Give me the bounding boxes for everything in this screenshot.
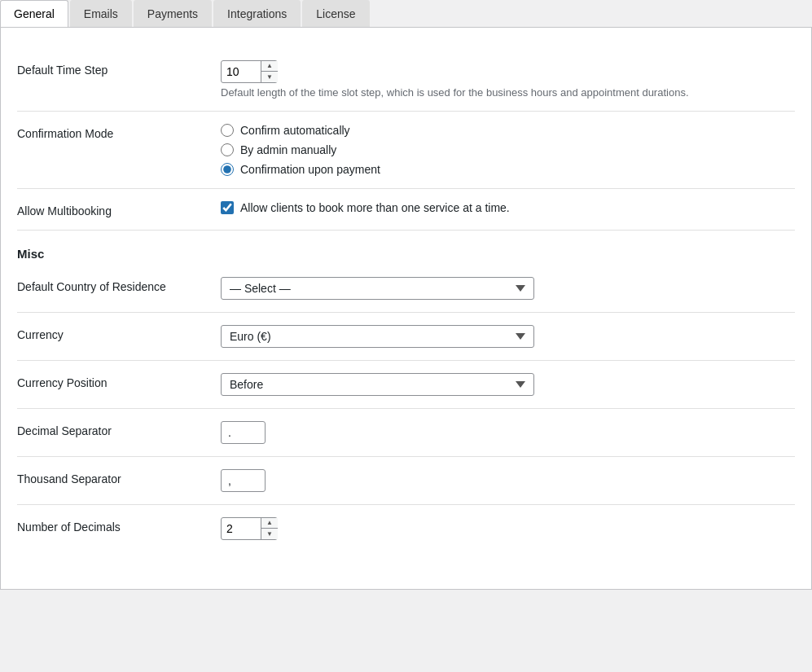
decimal-separator-control (221, 421, 795, 444)
radio-confirm-manual[interactable] (221, 143, 234, 156)
general-settings-section: Default Time Step ▲ ▼ Default length of … (17, 44, 795, 556)
default-country-control: — Select — (221, 277, 795, 300)
radio-confirm-manual-label: By admin manually (240, 143, 336, 156)
time-step-description: Default length of the time slot step, wh… (221, 86, 795, 99)
default-country-label: Default Country of Residence (17, 277, 221, 293)
decimals-spinner-down-btn[interactable]: ▼ (261, 529, 278, 539)
radio-confirm-payment[interactable] (221, 163, 234, 176)
currency-select[interactable]: Euro (€) US Dollar ($) British Pound (£) (221, 325, 534, 348)
decimals-spinner-up-btn[interactable]: ▲ (261, 518, 278, 529)
currency-position-row: Currency Position Before After (17, 365, 795, 404)
decimals-spinner: ▲ ▼ (221, 517, 278, 540)
decimal-separator-input[interactable] (221, 421, 266, 444)
divider-2 (17, 188, 795, 189)
currency-label: Currency (17, 325, 221, 341)
multibooking-checkbox-label: Allow clients to book more than one serv… (240, 201, 510, 214)
spinner-buttons: ▲ ▼ (261, 61, 278, 82)
default-time-step-row: Default Time Step ▲ ▼ Default length of … (17, 52, 795, 107)
allow-multibooking-label: Allow Multibooking (17, 201, 221, 217)
default-time-step-label: Default Time Step (17, 60, 221, 77)
decimals-input[interactable] (222, 519, 261, 538)
confirmation-mode-control: Confirm automatically By admin manually … (221, 124, 795, 176)
confirmation-mode-payment[interactable]: Confirmation upon payment (221, 163, 795, 176)
divider-4 (17, 312, 795, 313)
allow-multibooking-row: Allow Multibooking Allow clients to book… (17, 193, 795, 226)
allow-multibooking-control: Allow clients to book more than one serv… (221, 201, 795, 214)
thousand-separator-input[interactable] (221, 469, 266, 492)
default-time-step-control: ▲ ▼ Default length of the time slot step… (221, 60, 795, 99)
confirmation-mode-manual[interactable]: By admin manually (221, 143, 795, 156)
tab-general[interactable]: General (0, 0, 68, 27)
thousand-separator-label: Thousand Separator (17, 469, 221, 485)
radio-confirm-payment-label: Confirmation upon payment (240, 163, 380, 176)
confirmation-mode-auto[interactable]: Confirm automatically (221, 124, 795, 137)
settings-panel: Default Time Step ▲ ▼ Default length of … (0, 28, 812, 590)
tabs-bar: General Emails Payments Integrations Lic… (0, 0, 812, 28)
decimal-separator-label: Decimal Separator (17, 421, 221, 437)
confirmation-mode-row: Confirmation Mode Confirm automatically … (17, 116, 795, 184)
currency-control: Euro (€) US Dollar ($) British Pound (£) (221, 325, 795, 348)
thousand-separator-control (221, 469, 795, 492)
currency-position-control: Before After (221, 373, 795, 396)
radio-confirm-auto-label: Confirm automatically (240, 124, 350, 137)
decimals-spinner-buttons: ▲ ▼ (261, 518, 278, 539)
default-country-row: Default Country of Residence — Select — (17, 269, 795, 308)
multibooking-checkbox[interactable] (221, 201, 234, 214)
tab-license[interactable]: License (302, 0, 369, 27)
divider-6 (17, 408, 795, 409)
spinner-up-btn[interactable]: ▲ (261, 61, 278, 72)
confirmation-mode-radio-group: Confirm automatically By admin manually … (221, 124, 795, 176)
tab-payments[interactable]: Payments (134, 0, 212, 27)
thousand-separator-row: Thousand Separator (17, 461, 795, 500)
time-step-spinner: ▲ ▼ (221, 60, 278, 83)
multibooking-checkbox-item[interactable]: Allow clients to book more than one serv… (221, 201, 795, 214)
spinner-down-btn[interactable]: ▼ (261, 72, 278, 82)
divider-8 (17, 504, 795, 505)
divider-5 (17, 360, 795, 361)
divider-7 (17, 456, 795, 457)
number-of-decimals-control: ▲ ▼ (221, 517, 795, 540)
default-country-select[interactable]: — Select — (221, 277, 534, 300)
misc-heading: Misc (17, 247, 795, 261)
number-of-decimals-label: Number of Decimals (17, 517, 221, 534)
divider-3 (17, 230, 795, 231)
number-of-decimals-row: Number of Decimals ▲ ▼ (17, 509, 795, 548)
radio-confirm-auto[interactable] (221, 124, 234, 137)
currency-position-label: Currency Position (17, 373, 221, 389)
time-step-input[interactable] (222, 62, 261, 81)
tab-emails[interactable]: Emails (70, 0, 132, 27)
decimal-separator-row: Decimal Separator (17, 413, 795, 452)
confirmation-mode-label: Confirmation Mode (17, 124, 221, 140)
currency-row: Currency Euro (€) US Dollar ($) British … (17, 317, 795, 356)
divider-1 (17, 111, 795, 112)
tab-integrations[interactable]: Integrations (213, 0, 301, 27)
currency-position-select[interactable]: Before After (221, 373, 534, 396)
